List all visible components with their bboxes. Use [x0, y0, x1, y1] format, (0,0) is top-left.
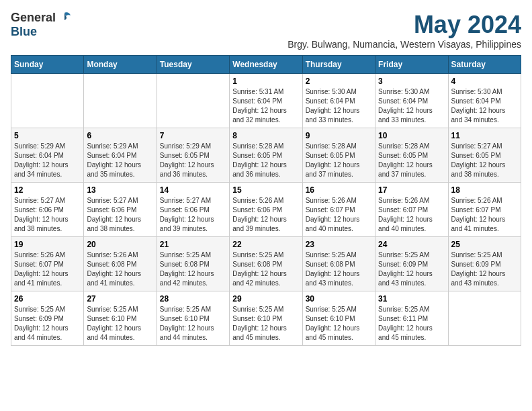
- day-number: 27: [87, 294, 153, 304]
- day-info: Sunrise: 5:27 AMSunset: 6:06 PMDaylight:…: [160, 196, 226, 234]
- day-info: Sunrise: 5:26 AMSunset: 6:07 PMDaylight:…: [306, 196, 372, 234]
- weekday-header: Saturday: [448, 56, 521, 74]
- day-number: 18: [451, 185, 518, 195]
- calendar-cell: 22Sunrise: 5:25 AMSunset: 6:08 PMDayligh…: [230, 237, 302, 291]
- calendar-cell: [11, 74, 84, 128]
- day-number: 15: [232, 185, 299, 195]
- calendar-cell: [84, 74, 157, 128]
- day-number: 12: [14, 185, 81, 195]
- calendar-cell: 17Sunrise: 5:26 AMSunset: 6:07 PMDayligh…: [375, 183, 448, 237]
- calendar-cell: 12Sunrise: 5:27 AMSunset: 6:06 PMDayligh…: [11, 183, 84, 237]
- page-header: General Blue May 2024 Brgy. Bulwang, Num…: [11, 11, 521, 50]
- day-info: Sunrise: 5:25 AMSunset: 6:11 PMDaylight:…: [378, 305, 445, 342]
- day-info: Sunrise: 5:26 AMSunset: 6:07 PMDaylight:…: [451, 196, 518, 234]
- day-number: 6: [87, 131, 153, 140]
- calendar-cell: 5Sunrise: 5:29 AMSunset: 6:04 PMDaylight…: [11, 128, 84, 183]
- location-title: Brgy. Bulwang, Numancia, Western Visayas…: [287, 39, 521, 50]
- day-number: 8: [232, 131, 299, 140]
- calendar-cell: 28Sunrise: 5:25 AMSunset: 6:10 PMDayligh…: [157, 291, 229, 346]
- day-number: 28: [160, 294, 226, 304]
- calendar-week-row: 12Sunrise: 5:27 AMSunset: 6:06 PMDayligh…: [11, 183, 521, 237]
- calendar-cell: 21Sunrise: 5:25 AMSunset: 6:08 PMDayligh…: [157, 237, 229, 291]
- day-number: 9: [306, 131, 372, 140]
- day-info: Sunrise: 5:31 AMSunset: 6:04 PMDaylight:…: [232, 87, 299, 125]
- calendar-cell: 24Sunrise: 5:25 AMSunset: 6:09 PMDayligh…: [375, 237, 448, 291]
- calendar-cell: 7Sunrise: 5:29 AMSunset: 6:05 PMDaylight…: [157, 128, 229, 183]
- weekday-header: Thursday: [302, 56, 375, 74]
- day-number: 13: [87, 185, 153, 195]
- day-info: Sunrise: 5:29 AMSunset: 6:04 PMDaylight:…: [14, 142, 81, 179]
- day-number: 1: [232, 77, 299, 86]
- calendar-cell: 20Sunrise: 5:26 AMSunset: 6:08 PMDayligh…: [84, 237, 157, 291]
- weekday-header: Friday: [375, 56, 448, 74]
- day-info: Sunrise: 5:25 AMSunset: 6:10 PMDaylight:…: [232, 305, 299, 342]
- day-info: Sunrise: 5:26 AMSunset: 6:08 PMDaylight:…: [87, 250, 153, 288]
- calendar-cell: 25Sunrise: 5:25 AMSunset: 6:09 PMDayligh…: [448, 237, 521, 291]
- day-number: 22: [232, 240, 299, 249]
- title-section: May 2024 Brgy. Bulwang, Numancia, Wester…: [287, 11, 521, 50]
- day-info: Sunrise: 5:25 AMSunset: 6:08 PMDaylight:…: [306, 250, 372, 288]
- day-number: 2: [306, 77, 372, 86]
- calendar-cell: 30Sunrise: 5:25 AMSunset: 6:10 PMDayligh…: [302, 291, 375, 346]
- weekday-header-row: SundayMondayTuesdayWednesdayThursdayFrid…: [11, 56, 521, 74]
- calendar-cell: 8Sunrise: 5:28 AMSunset: 6:05 PMDaylight…: [230, 128, 302, 183]
- day-number: 24: [378, 240, 445, 249]
- day-number: 14: [160, 185, 226, 195]
- calendar-cell: 13Sunrise: 5:27 AMSunset: 6:06 PMDayligh…: [84, 183, 157, 237]
- day-number: 25: [451, 240, 518, 249]
- calendar-cell: [157, 74, 229, 128]
- weekday-header: Sunday: [11, 56, 84, 74]
- calendar-cell: 19Sunrise: 5:26 AMSunset: 6:07 PMDayligh…: [11, 237, 84, 291]
- day-info: Sunrise: 5:25 AMSunset: 6:10 PMDaylight:…: [87, 305, 153, 342]
- calendar-week-row: 19Sunrise: 5:26 AMSunset: 6:07 PMDayligh…: [11, 237, 521, 291]
- calendar-cell: 6Sunrise: 5:29 AMSunset: 6:04 PMDaylight…: [84, 128, 157, 183]
- calendar-cell: 3Sunrise: 5:30 AMSunset: 6:04 PMDaylight…: [375, 74, 448, 128]
- calendar-cell: 16Sunrise: 5:26 AMSunset: 6:07 PMDayligh…: [302, 183, 375, 237]
- day-number: 16: [306, 185, 372, 195]
- calendar-table: SundayMondayTuesdayWednesdayThursdayFrid…: [11, 55, 521, 346]
- day-info: Sunrise: 5:27 AMSunset: 6:06 PMDaylight:…: [14, 196, 81, 234]
- day-number: 26: [14, 294, 81, 304]
- day-number: 17: [378, 185, 445, 195]
- day-number: 29: [232, 294, 299, 304]
- logo-bird-icon: [57, 10, 72, 25]
- day-number: 5: [14, 131, 81, 140]
- calendar-cell: 15Sunrise: 5:26 AMSunset: 6:06 PMDayligh…: [230, 183, 302, 237]
- calendar-cell: 18Sunrise: 5:26 AMSunset: 6:07 PMDayligh…: [448, 183, 521, 237]
- weekday-header: Tuesday: [157, 56, 229, 74]
- calendar-cell: 23Sunrise: 5:25 AMSunset: 6:08 PMDayligh…: [302, 237, 375, 291]
- calendar-cell: 4Sunrise: 5:30 AMSunset: 6:04 PMDaylight…: [448, 74, 521, 128]
- day-number: 19: [14, 240, 81, 249]
- logo-general: General: [11, 11, 56, 25]
- day-number: 21: [160, 240, 226, 249]
- day-number: 3: [378, 77, 445, 86]
- day-info: Sunrise: 5:27 AMSunset: 6:05 PMDaylight:…: [451, 142, 518, 179]
- calendar-cell: 1Sunrise: 5:31 AMSunset: 6:04 PMDaylight…: [230, 74, 302, 128]
- day-info: Sunrise: 5:28 AMSunset: 6:05 PMDaylight:…: [232, 142, 299, 179]
- logo: General Blue: [11, 11, 72, 39]
- day-number: 4: [451, 77, 518, 86]
- day-info: Sunrise: 5:27 AMSunset: 6:06 PMDaylight:…: [87, 196, 153, 234]
- calendar-week-row: 26Sunrise: 5:25 AMSunset: 6:09 PMDayligh…: [11, 291, 521, 346]
- calendar-cell: [448, 291, 521, 346]
- logo-blue: Blue: [11, 25, 37, 38]
- calendar-cell: 2Sunrise: 5:30 AMSunset: 6:04 PMDaylight…: [302, 74, 375, 128]
- day-number: 31: [378, 294, 445, 304]
- calendar-cell: 10Sunrise: 5:28 AMSunset: 6:05 PMDayligh…: [375, 128, 448, 183]
- day-info: Sunrise: 5:30 AMSunset: 6:04 PMDaylight:…: [451, 87, 518, 125]
- day-info: Sunrise: 5:25 AMSunset: 6:09 PMDaylight:…: [378, 250, 445, 288]
- calendar-cell: 11Sunrise: 5:27 AMSunset: 6:05 PMDayligh…: [448, 128, 521, 183]
- day-info: Sunrise: 5:26 AMSunset: 6:07 PMDaylight:…: [14, 250, 81, 288]
- day-info: Sunrise: 5:26 AMSunset: 6:07 PMDaylight:…: [378, 196, 445, 234]
- calendar-cell: 26Sunrise: 5:25 AMSunset: 6:09 PMDayligh…: [11, 291, 84, 346]
- calendar-cell: 14Sunrise: 5:27 AMSunset: 6:06 PMDayligh…: [157, 183, 229, 237]
- month-title: May 2024: [287, 11, 521, 39]
- calendar-week-row: 1Sunrise: 5:31 AMSunset: 6:04 PMDaylight…: [11, 74, 521, 128]
- day-info: Sunrise: 5:28 AMSunset: 6:05 PMDaylight:…: [378, 142, 445, 179]
- day-number: 20: [87, 240, 153, 249]
- day-number: 11: [451, 131, 518, 140]
- calendar-cell: 29Sunrise: 5:25 AMSunset: 6:10 PMDayligh…: [230, 291, 302, 346]
- day-number: 10: [378, 131, 445, 140]
- day-info: Sunrise: 5:29 AMSunset: 6:05 PMDaylight:…: [160, 142, 226, 179]
- day-info: Sunrise: 5:25 AMSunset: 6:09 PMDaylight:…: [14, 305, 81, 342]
